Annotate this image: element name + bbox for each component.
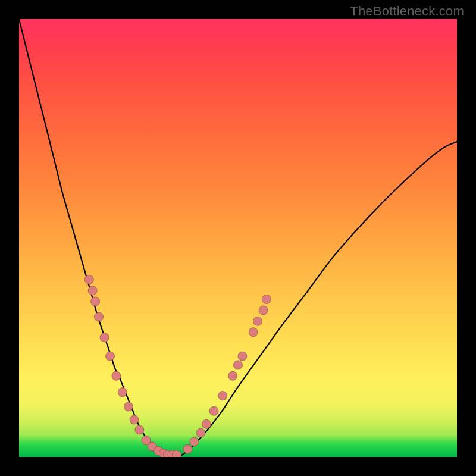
- chart-frame: TheBottleneck.com: [0, 0, 476, 476]
- data-point: [88, 286, 97, 295]
- data-point: [209, 406, 218, 415]
- data-point: [112, 371, 121, 380]
- data-point: [196, 428, 205, 437]
- data-point: [91, 297, 100, 306]
- data-point: [249, 328, 258, 337]
- data-point: [84, 275, 93, 284]
- data-point: [190, 437, 199, 446]
- data-point: [106, 352, 115, 361]
- data-point: [218, 392, 227, 400]
- data-point: [202, 419, 211, 428]
- data-point: [183, 444, 192, 453]
- data-point: [262, 295, 271, 304]
- data-point: [238, 352, 247, 361]
- plot-area: [19, 19, 457, 457]
- data-point: [118, 388, 127, 397]
- data-point: [130, 415, 139, 424]
- data-point: [228, 371, 237, 380]
- data-point: [253, 317, 262, 325]
- data-point: [124, 402, 133, 411]
- data-point: [135, 425, 144, 434]
- data-point: [234, 361, 243, 369]
- watermark-text: TheBottleneck.com: [350, 4, 464, 19]
- data-point: [259, 306, 268, 315]
- bottleneck-curve: [19, 19, 457, 457]
- data-point: [100, 333, 109, 342]
- data-point: [95, 312, 104, 321]
- data-points: [84, 275, 271, 457]
- chart-svg: [19, 19, 457, 457]
